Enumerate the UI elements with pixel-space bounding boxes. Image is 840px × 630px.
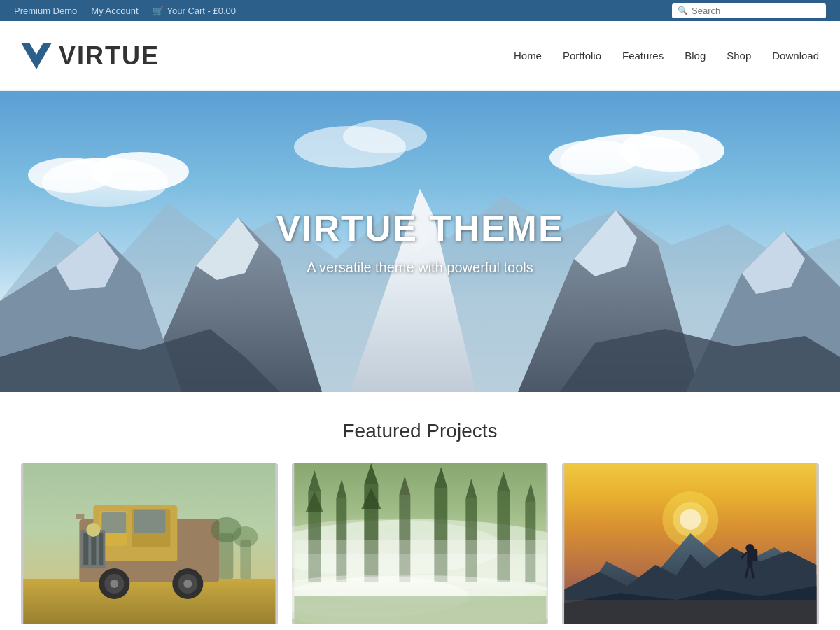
nav-features[interactable]: Features: [622, 50, 664, 62]
nav-home[interactable]: Home: [514, 50, 542, 62]
svg-point-45: [232, 526, 258, 547]
svg-point-19: [343, 120, 427, 153]
nav-download[interactable]: Download: [772, 50, 819, 62]
project-card-3[interactable]: [562, 463, 819, 624]
svg-rect-28: [102, 512, 126, 533]
cart-icon: 🛒: [153, 6, 164, 16]
featured-title: Featured Projects: [21, 420, 819, 442]
svg-rect-41: [76, 514, 84, 519]
project-card-1[interactable]: [21, 463, 278, 624]
top-bar: Premium Demo My Account 🛒 Your Cart - £0…: [0, 0, 840, 21]
hero-section: VIRTUE THEME A versatile theme with powe…: [0, 91, 840, 392]
main-header: VIRTUE Home Portfolio Features Blog Shop…: [0, 21, 840, 91]
svg-point-14: [28, 158, 112, 192]
svg-rect-33: [99, 533, 103, 565]
premium-demo-link[interactable]: Premium Demo: [14, 6, 77, 16]
hero-content: VIRTUE THEME A versatile theme with powe…: [276, 207, 564, 276]
cart-item[interactable]: 🛒 Your Cart - £0.00: [153, 6, 237, 16]
svg-rect-71: [294, 554, 546, 589]
nav-blog[interactable]: Blog: [685, 50, 706, 62]
featured-section: Featured Projects: [0, 392, 840, 630]
svg-rect-31: [83, 533, 88, 565]
logo-triangle-icon: [21, 43, 52, 69]
search-icon: 🔍: [678, 6, 688, 15]
projects-grid: [21, 463, 819, 624]
nav-portfolio[interactable]: Portfolio: [563, 50, 601, 62]
svg-rect-85: [752, 550, 758, 561]
my-account-link[interactable]: My Account: [91, 6, 138, 16]
svg-rect-29: [134, 510, 165, 533]
cart-text: Your Cart - £0.00: [167, 6, 237, 16]
svg-point-17: [550, 140, 640, 175]
svg-rect-69: [294, 596, 546, 624]
nav-shop[interactable]: Shop: [727, 50, 751, 62]
logo-text: VIRTUE: [59, 41, 160, 71]
hero-subtitle: A versatile theme with powerful tools: [276, 260, 564, 276]
search-input[interactable]: [692, 6, 820, 16]
project-card-2[interactable]: [292, 463, 549, 624]
hero-title: VIRTUE THEME: [276, 207, 564, 249]
svg-point-34: [86, 523, 100, 537]
project-image-3: [562, 463, 819, 624]
logo[interactable]: VIRTUE: [21, 41, 160, 71]
svg-point-37: [110, 580, 118, 588]
top-bar-left: Premium Demo My Account 🛒 Your Cart - £0…: [14, 6, 236, 16]
svg-point-75: [680, 509, 701, 530]
main-nav: Home Portfolio Features Blog Shop Downlo…: [514, 50, 819, 62]
svg-rect-23: [23, 579, 275, 624]
search-bar[interactable]: 🔍: [672, 4, 826, 18]
svg-rect-86: [565, 600, 817, 624]
svg-point-40: [183, 580, 192, 588]
project-image-1: [21, 463, 278, 624]
project-image-2: [292, 463, 549, 624]
svg-rect-32: [91, 533, 96, 565]
